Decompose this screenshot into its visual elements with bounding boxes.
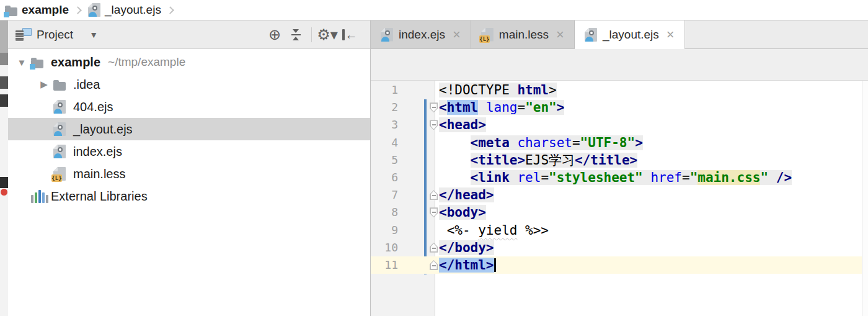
project-tool-window-icon (16, 28, 32, 41)
breadcrumb-separator-icon (166, 6, 174, 14)
code-line[interactable]: 8<body> (371, 204, 862, 221)
code-token: = (572, 135, 580, 150)
code-token: <!DOCTYPE (439, 83, 517, 97)
code-token: </head> (439, 187, 494, 202)
libraries-icon (31, 189, 48, 203)
code-token (439, 153, 471, 168)
tree-item-404-ejs[interactable]: 404.ejs (8, 96, 370, 118)
tab-main-less[interactable]: {L}main.less× (471, 20, 575, 48)
tab-close-icon[interactable]: × (556, 28, 564, 42)
code-line[interactable]: 6 <link rel="stylesheet" href="main.css"… (371, 169, 862, 186)
panel-title: Project (37, 28, 73, 42)
editor-scrollbar[interactable] (862, 81, 868, 316)
tab-label: main.less (499, 28, 549, 42)
code-lines: 1<!DOCTYPE html>2<html lang="en">3<head>… (371, 81, 862, 274)
ejs-icon (53, 122, 66, 136)
code-line[interactable]: 3<head> (371, 116, 862, 133)
less-icon: {L} (481, 28, 494, 42)
tree-item-label: External Libraries (51, 189, 148, 204)
tab-layout-ejs[interactable]: _layout.ejs× (575, 20, 685, 49)
locate-button[interactable]: ⊕ (264, 27, 285, 42)
sliver-mark (0, 177, 8, 188)
line-number: 8 (371, 204, 398, 221)
line-number: 7 (371, 186, 398, 204)
tab-close-icon[interactable]: × (666, 28, 675, 42)
line-number: 5 (371, 151, 398, 169)
tree-item-label: .idea (73, 78, 100, 92)
code-line[interactable]: 11</html> (371, 256, 862, 274)
tree-item-label: index.ejs (73, 145, 122, 159)
tree-item-example[interactable]: ▼example~/tmp/example (8, 51, 370, 73)
code-token: " (760, 170, 768, 185)
red-dot (1, 189, 7, 196)
ejs-icon (585, 28, 597, 42)
editor-toolbar-strip (371, 49, 868, 81)
breadcrumb-item-example[interactable]: example (5, 3, 69, 17)
less-icon: {L} (53, 167, 66, 181)
chevron-down-icon[interactable]: ▼ (89, 30, 98, 40)
sliver-mark (0, 53, 8, 65)
code-line[interactable]: 4 <meta charset="UTF-8"> (371, 134, 862, 151)
settings-gear-button[interactable]: ⚙▾ (317, 27, 338, 42)
tree-item-layout-ejs[interactable]: _layout.ejs (8, 118, 370, 140)
fold-marker-icon[interactable] (430, 243, 438, 253)
code-token: "UTF-8" (580, 135, 636, 150)
code-token (643, 170, 651, 185)
fold-marker-icon[interactable] (430, 190, 438, 200)
tab-label: _layout.ejs (603, 28, 659, 42)
code-token (478, 100, 486, 115)
code-line[interactable]: 9 <%- yield %>> (371, 222, 862, 239)
breadcrumb-item-layout-ejs[interactable]: _layout.ejs (88, 3, 161, 17)
fold-marker-icon[interactable] (430, 260, 438, 270)
tab-index-ejs[interactable]: index.ejs× (371, 20, 471, 48)
project-panel: Project ▼ ⊕⚙▾← ▼example~/tmp/example▶.id… (8, 20, 371, 316)
code-line[interactable]: 1<!DOCTYPE html> (371, 81, 862, 99)
code-editor[interactable]: 1<!DOCTYPE html>2<html lang="en">3<head>… (371, 81, 868, 316)
folder-root-icon (31, 56, 43, 68)
tree-item-index-ejs[interactable]: index.ejs (8, 140, 370, 163)
code-token: charset (517, 135, 572, 150)
tree-item-label: 404.ejs (73, 100, 113, 114)
sliver-mark (0, 76, 8, 89)
tree-item-label: _layout.ejs (73, 122, 133, 137)
fold-marker-icon[interactable] (430, 102, 438, 112)
code-token: " (690, 170, 698, 185)
collapse-all-button[interactable] (285, 29, 306, 40)
tree-item-main-less[interactable]: {L}main.less (8, 163, 370, 185)
editor-area: index.ejs×{L}main.less×_layout.ejs× 1<!D… (371, 20, 868, 316)
hide-panel-button[interactable]: ← (338, 29, 361, 41)
background-window-sliver (0, 20, 8, 316)
code-line[interactable]: 2<html lang="en"> (371, 99, 862, 116)
tree-item-label: main.less (73, 167, 125, 181)
code-line[interactable]: 10</body> (371, 239, 862, 256)
text-caret (494, 258, 496, 272)
code-token: = (541, 170, 549, 185)
folder-icon (53, 79, 66, 91)
code-token: > (635, 135, 643, 150)
tree-item-idea[interactable]: ▶.idea (8, 73, 370, 96)
tree-item-external-libraries[interactable]: External Libraries (8, 185, 370, 207)
code-token: </body> (439, 240, 494, 255)
code-token: html (517, 83, 549, 97)
code-token: html (447, 100, 479, 115)
code-line[interactable]: 7</head> (371, 186, 862, 204)
code-token: </html> (439, 258, 494, 273)
code-token: </title> (575, 153, 637, 168)
toolbar-divider (311, 27, 312, 42)
fold-marker-icon[interactable] (430, 207, 438, 217)
ejs-icon (53, 100, 66, 114)
tree-expander-icon[interactable]: ▼ (12, 57, 31, 68)
fold-marker-icon[interactable] (430, 120, 438, 130)
tab-close-icon[interactable]: × (453, 28, 461, 42)
breadcrumb-separator-icon (74, 6, 82, 14)
code-line[interactable]: 5 <title>EJS学习</title> (371, 151, 862, 169)
ejs-icon (53, 145, 66, 158)
tree-expander-icon[interactable]: ▶ (35, 79, 53, 90)
code-token: <head> (439, 117, 486, 132)
editor-tab-bar: index.ejs×{L}main.less×_layout.ejs× (371, 20, 868, 49)
code-token (439, 135, 471, 150)
folder-root-icon (5, 4, 17, 16)
tab-label: index.ejs (399, 28, 445, 42)
code-token: = (682, 170, 690, 185)
code-token: /> (768, 170, 792, 185)
